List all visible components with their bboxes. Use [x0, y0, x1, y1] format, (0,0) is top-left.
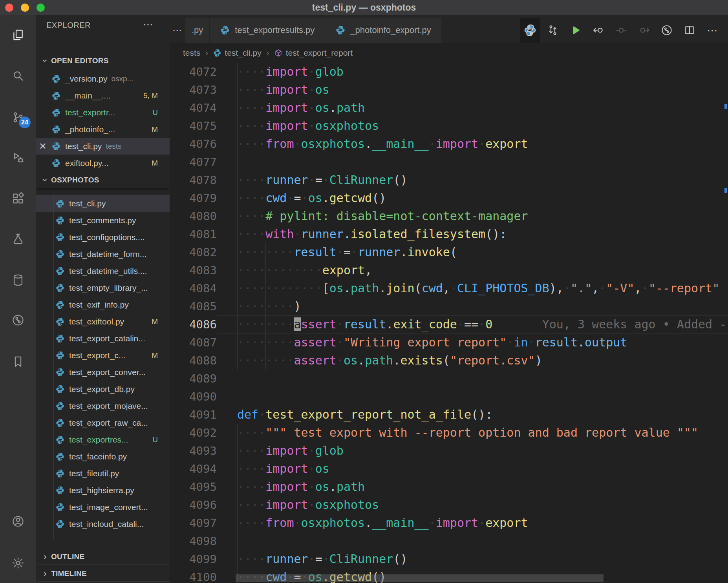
code-line-4085[interactable]: 4085········) [170, 297, 728, 315]
file-item-test_comments-py[interactable]: test_comments.py [36, 212, 170, 229]
step-over-icon[interactable] [611, 18, 631, 43]
code-line-4094[interactable]: 4094····import·os [170, 460, 728, 478]
section-open-editors[interactable]: › OPEN EDITORS [36, 52, 170, 69]
code-line-4097[interactable]: 4097····from·osxphotos.__main__·import·e… [170, 514, 728, 532]
file-item-test_image_convert-[interactable]: test_image_convert... [36, 499, 170, 516]
step-back-icon[interactable] [588, 18, 609, 43]
open-editor-item-__main__-[interactable]: __main__....5, M [36, 87, 170, 104]
file-item-test_export_raw_ca-[interactable]: test_export_raw_ca... [36, 414, 170, 431]
breadcrumb-item-test_cli-py[interactable]: test_cli.py [213, 48, 261, 58]
code-line-4073[interactable]: 4073····import·os [170, 81, 728, 99]
code-line-4083[interactable]: 4083············export, [170, 261, 728, 279]
code-line-4080[interactable]: 4080····# pylint: disable=not-context-ma… [170, 207, 728, 225]
code-line-4095[interactable]: 4095····import·os.path [170, 478, 728, 496]
file-item-test_cli-py[interactable]: test_cli.py [36, 195, 170, 212]
line-content: ····import·osxphotos [217, 117, 728, 135]
tab-label: _photoinfo_export.py [350, 25, 431, 35]
compare-changes-icon[interactable] [543, 18, 563, 43]
file-item-test_exif_info-py[interactable]: test_exif_info.py [36, 296, 170, 313]
file-item-test_exportres-[interactable]: test_exportres...U [36, 431, 170, 448]
section-outline[interactable]: › OUTLINE [36, 548, 170, 565]
code-line-4096[interactable]: 4096····import·osxphotos [170, 496, 728, 514]
code-editor[interactable]: 4072····import·glob4073····import·os4074… [170, 63, 728, 583]
code-line-4099[interactable]: 4099····runner·=·CliRunner() [170, 550, 728, 568]
run-icon[interactable] [565, 18, 586, 43]
source-control-icon[interactable]: 24 [9, 108, 27, 127]
horizontal-scrollbar[interactable] [236, 574, 604, 582]
open-editor-item-test_cli-py[interactable]: ✕test_cli.pytests [36, 138, 170, 155]
bookmarks-icon[interactable] [9, 352, 27, 371]
section-timeline[interactable]: › TIMELINE [36, 565, 170, 582]
step-out-icon[interactable] [634, 18, 654, 43]
code-line-4074[interactable]: 4074····import·os.path [170, 99, 728, 117]
code-line-4084[interactable]: 4084············[os.path.join(cwd,·CLI_P… [170, 279, 728, 297]
file-item-test_fileutil-py[interactable]: test_fileutil.py [36, 465, 170, 482]
account-icon[interactable] [9, 512, 27, 531]
file-item-test_datetime_utils-[interactable]: test_datetime_utils.... [36, 262, 170, 279]
code-line-4092[interactable]: 4092····""" test export with --report op… [170, 424, 728, 442]
file-item-test_exiftool-py[interactable]: test_exiftool.pyM [36, 313, 170, 330]
code-line-4077[interactable]: 4077 [170, 153, 728, 171]
split-editor-icon[interactable] [679, 18, 700, 43]
line-content: ····from·osxphotos.__main__·import·expor… [217, 514, 728, 532]
code-line-4088[interactable]: 4088········assert·os.path.exists("repor… [170, 352, 728, 370]
code-line-4072[interactable]: 4072····import·glob [170, 63, 728, 81]
breadcrumb-item-tests[interactable]: tests [183, 48, 200, 58]
code-line-4087[interactable]: 4087········assert·"Writing export repor… [170, 333, 728, 352]
file-item-test_highsierra-py[interactable]: test_highsierra.py [36, 482, 170, 499]
code-line-4079[interactable]: 4079····cwd·=·os.getcwd() [170, 189, 728, 207]
testing-icon[interactable] [9, 230, 27, 248]
search-icon[interactable] [9, 66, 27, 85]
line-content: ········assert·"Writing export report"·i… [217, 333, 728, 352]
tab-photoinfo-export[interactable]: _photoinfo_export.py [325, 18, 441, 43]
code-line-4091[interactable]: 4091def·test_export_report_not_a_file(): [170, 406, 728, 424]
file-item-test_faceinfo-py[interactable]: test_faceinfo.py [36, 448, 170, 465]
git-graph-icon[interactable] [657, 18, 677, 43]
git-status-badge: U [152, 435, 158, 444]
run-and-debug-icon[interactable] [9, 148, 27, 167]
settings-icon[interactable] [9, 554, 27, 572]
extensions-icon[interactable] [9, 189, 27, 208]
explorer-more-actions-button[interactable]: ⋯ [143, 18, 153, 31]
code-line-4098[interactable]: 4098 [170, 532, 728, 550]
code-line-4081[interactable]: 4081····with·runner.isolated_filesystem(… [170, 225, 728, 243]
file-item-test_configoptions-[interactable]: test_configoptions.... [36, 229, 170, 246]
tab-partial-test-cli[interactable]: .py [185, 18, 209, 43]
breadcrumb-item-test_export_report[interactable]: test_export_report [274, 48, 353, 58]
open-editor-item-_photoinfo_-[interactable]: _photoinfo_...M [36, 121, 170, 138]
code-line-4075[interactable]: 4075····import·osxphotos [170, 117, 728, 135]
code-line-4078[interactable]: 4078····runner·=·CliRunner() [170, 171, 728, 189]
code-line-4076[interactable]: 4076····from·osxphotos.__main__·import·e… [170, 135, 728, 153]
gitlens-icon[interactable] [9, 311, 27, 330]
code-line-4086[interactable]: 4086········assert·result.exit_code·==·0… [170, 315, 728, 333]
file-name: test_fileutil.py [69, 469, 119, 478]
code-line-4090[interactable]: 4090 [170, 388, 728, 406]
python-file-icon [335, 25, 346, 35]
open-editor-item-exiftool-py-[interactable]: exiftool.py...M [36, 155, 170, 171]
code-line-4082[interactable]: 4082········result·=·runner.invoke( [170, 243, 728, 261]
close-icon[interactable]: ✕ [36, 141, 49, 152]
line-content: def·test_export_report_not_a_file(): [217, 406, 728, 424]
file-item-test_export_conver-[interactable]: test_export_conver... [36, 364, 170, 381]
file-item-test_incloud_catali-[interactable]: test_incloud_catali... [36, 516, 170, 532]
file-item-test_export_c-[interactable]: test_export_c...M [36, 347, 170, 364]
python-file-icon [49, 142, 63, 151]
explorer-title: EXPLORER [46, 21, 91, 30]
file-item-test_export_db-py[interactable]: test_export_db.py [36, 381, 170, 397]
database-icon[interactable] [9, 271, 27, 290]
file-item-test_datetime_form-[interactable]: test_datetime_form... [36, 246, 170, 262]
python-file-icon [53, 266, 67, 276]
python-interpreter-icon[interactable] [520, 18, 540, 43]
more-actions-icon[interactable]: ⋯ [702, 18, 723, 43]
open-editor-item-_version-py[interactable]: _version.pyosxp... [36, 70, 170, 87]
open-editor-item-test_exportr-[interactable]: test_exportr...U [36, 104, 170, 121]
explorer-icon[interactable] [9, 26, 27, 44]
tab-overflow-indicator[interactable]: ⋯ [170, 18, 185, 43]
file-item-test_empty_library_-[interactable]: test_empty_library_... [36, 279, 170, 296]
tab-test-exportresults[interactable]: test_exportresults.py [210, 18, 325, 43]
section-osxphotos[interactable]: › OSXPHOTOS [36, 171, 170, 188]
code-line-4093[interactable]: 4093····import·glob [170, 442, 728, 460]
file-item-test_export_catalin-[interactable]: test_export_catalin... [36, 330, 170, 347]
code-line-4089[interactable]: 4089 [170, 370, 728, 388]
file-item-test_export_mojave-[interactable]: test_export_mojave... [36, 397, 170, 414]
